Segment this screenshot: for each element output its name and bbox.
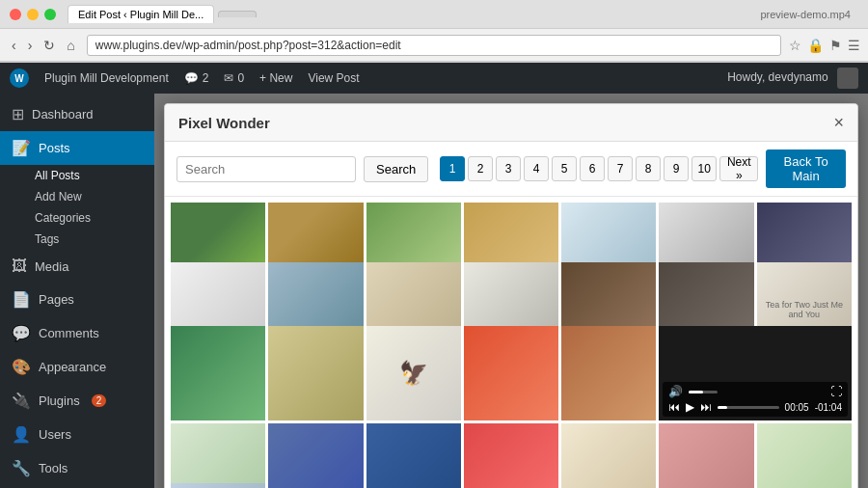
rewind-btn[interactable]: ⏮ [668,400,680,414]
refresh-btn[interactable]: ↻ [40,36,59,55]
modal-toolbar: Search 1 2 3 4 5 6 7 8 9 10 Next » B [165,142,857,197]
comments-item[interactable]: 💬 2 [184,71,209,85]
active-tab[interactable]: Edit Post ‹ Plugin Mill De... [68,5,214,23]
new-item[interactable]: + New [259,71,292,85]
sidebar-item-tools[interactable]: 🔧 Tools [0,451,154,485]
sidebar-label-media: Media [35,259,68,274]
back-to-main-button[interactable]: Back To Main [766,149,846,188]
view-post-item[interactable]: View Post [308,71,359,85]
comments-icon: 💬 [12,324,31,342]
tools-icon: 🔧 [12,459,31,477]
page-btn-2[interactable]: 2 [468,156,493,181]
sidebar-sub-tags[interactable]: Tags [0,229,154,250]
image-cell[interactable] [561,423,656,488]
page-btn-10[interactable]: 10 [692,156,717,181]
sidebar-item-users[interactable]: 👤 Users [0,418,154,451]
browser-icons: ☆ 🔒 ⚑ ☰ [789,38,860,53]
sidebar-item-posts[interactable]: 📝 Posts [0,131,154,165]
image-cell[interactable] [464,326,558,420]
traffic-lights [10,9,56,20]
page-btn-6[interactable]: 6 [580,156,605,181]
image-cell[interactable] [268,423,363,488]
flag-icon: ⚑ [829,38,842,53]
image-cell[interactable]: 🦅 [366,326,461,420]
image-cell[interactable] [757,423,852,488]
browser-titlebar: Edit Post ‹ Plugin Mill De... preview-de… [0,0,868,29]
image-grid: Tea for Two Just Me and You 🦅 🔊 [165,197,857,488]
page-btn-3[interactable]: 3 [496,156,521,181]
play-btn[interactable]: ▶ [686,400,694,414]
sidebar: ⊞ Dashboard 📝 Posts All Posts Add New Ca… [0,94,154,488]
modal-close-button[interactable]: × [833,114,844,131]
browser-chrome: Edit Post ‹ Plugin Mill De... preview-de… [0,0,868,63]
close-window-btn[interactable] [10,9,21,20]
sidebar-item-dashboard[interactable]: ⊞ Dashboard [0,97,154,131]
sidebar-item-plugins[interactable]: 🔌 Plugins 2 [0,384,154,418]
lock-icon: 🔒 [807,38,824,53]
image-cell[interactable] [171,326,265,420]
page-btn-next[interactable]: Next » [719,156,758,181]
fullscreen-icon[interactable]: ⛶ [830,385,842,398]
dashboard-icon: ⊞ [12,105,24,123]
minimize-window-btn[interactable] [27,9,39,20]
page-btn-7[interactable]: 7 [608,156,633,181]
sidebar-item-pages[interactable]: 📄 Pages [0,283,154,316]
back-btn[interactable]: ‹ [8,36,20,55]
address-bar[interactable] [87,35,781,56]
wp-logo-item[interactable]: W [10,68,29,88]
plugins-icon: 🔌 [12,392,31,410]
video-cell[interactable]: 🔊 ⛶ ⏮ ▶ ⏭ [659,326,852,420]
page-btn-9[interactable]: 9 [664,156,689,181]
page-btn-8[interactable]: 8 [636,156,661,181]
image-cell[interactable] [171,423,265,488]
sidebar-label-appearance: Appearance [39,360,106,374]
video-ctrl-row: 🔊 ⛶ [668,385,842,398]
menu-icon[interactable]: ☰ [848,38,860,53]
messages-item[interactable]: ✉ 0 [224,71,244,85]
page-btn-5[interactable]: 5 [552,156,577,181]
site-name: Plugin Mill Development [44,71,169,85]
preview-tab-label: preview-demo.mp4 [752,7,858,22]
page-btn-1[interactable]: 1 [440,156,465,181]
home-btn[interactable]: ⌂ [63,36,78,55]
posts-icon: 📝 [12,139,31,157]
sidebar-item-appearance[interactable]: 🎨 Appearance [0,350,154,384]
wp-logo: W [10,68,29,88]
image-cell[interactable] [366,423,461,488]
wp-wrapper: ⊞ Dashboard 📝 Posts All Posts Add New Ca… [0,94,868,488]
pagination: 1 2 3 4 5 6 7 8 9 10 Next » [440,156,758,181]
howdy-item: Howdy, devdynamo [727,68,858,89]
video-time-total: -01:04 [815,402,842,413]
pages-icon: 📄 [12,290,31,309]
sidebar-item-media[interactable]: 🖼 Media [0,250,154,283]
sidebar-item-comments[interactable]: 💬 Comments [0,316,154,350]
forward-btn[interactable]: › [24,36,37,55]
modal-overlay: Pixel Wonder × Search 1 2 3 4 5 6 7 [154,94,868,488]
site-name-item[interactable]: Plugin Mill Development [44,71,169,85]
image-cell[interactable] [464,423,558,488]
search-button[interactable]: Search [364,156,428,182]
search-input[interactable] [176,156,356,182]
pixel-wonder-modal: Pixel Wonder × Search 1 2 3 4 5 6 7 [164,103,858,488]
modal-title: Pixel Wonder [178,115,270,131]
sidebar-label-tools: Tools [39,461,68,475]
sidebar-sub-add-new[interactable]: Add New [0,186,154,207]
volume-icon[interactable]: 🔊 [668,385,683,398]
fast-forward-btn[interactable]: ⏭ [700,400,712,414]
image-cell[interactable] [561,326,656,420]
users-icon: 👤 [12,425,31,444]
main-content: Pixel Wonder × Search 1 2 3 4 5 6 7 [154,94,868,488]
inactive-tab[interactable] [218,11,257,17]
video-progress-bar[interactable] [718,406,778,409]
image-cell[interactable] [268,326,363,420]
page-btn-4[interactable]: 4 [524,156,549,181]
sidebar-sub-all-posts[interactable]: All Posts [0,165,154,186]
sidebar-label-comments: Comments [39,326,99,340]
image-cell[interactable] [171,483,265,488]
nav-buttons: ‹ › ↻ ⌂ [8,36,79,55]
bookmark-icon[interactable]: ☆ [789,38,801,53]
volume-slider[interactable] [689,391,718,393]
image-cell[interactable] [659,423,753,488]
sidebar-sub-categories[interactable]: Categories [0,207,154,229]
maximize-window-btn[interactable] [44,9,56,20]
